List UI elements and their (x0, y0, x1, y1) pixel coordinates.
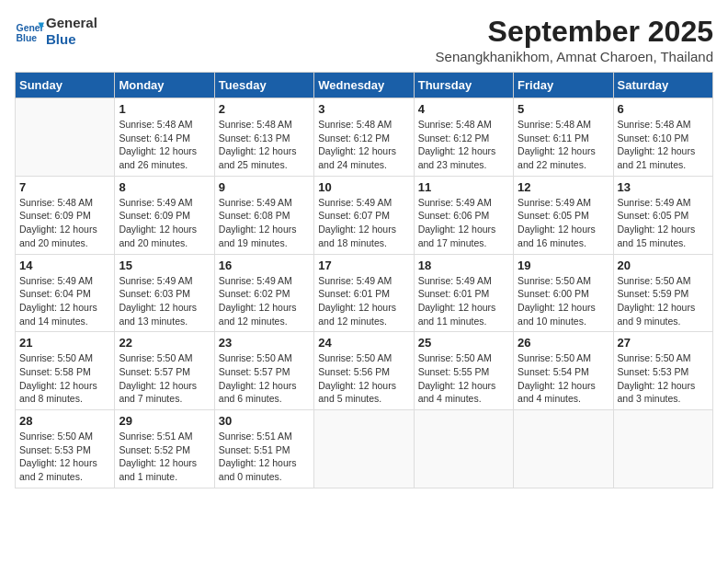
day-number: 1 (119, 102, 210, 116)
day-number: 2 (219, 102, 310, 116)
calendar-cell: 5Sunrise: 5:48 AM Sunset: 6:11 PM Daylig… (514, 98, 613, 177)
day-number: 3 (318, 102, 409, 116)
calendar-cell: 23Sunrise: 5:50 AM Sunset: 5:57 PM Dayli… (214, 332, 313, 410)
calendar-cell: 26Sunrise: 5:50 AM Sunset: 5:54 PM Dayli… (514, 332, 613, 410)
day-info: Sunrise: 5:50 AM Sunset: 5:53 PM Dayligh… (618, 351, 709, 406)
day-info: Sunrise: 5:49 AM Sunset: 6:02 PM Dayligh… (219, 274, 310, 328)
calendar-cell: 3Sunrise: 5:48 AM Sunset: 6:12 PM Daylig… (314, 98, 414, 177)
day-info: Sunrise: 5:50 AM Sunset: 6:00 PM Dayligh… (518, 274, 609, 328)
day-number: 21 (19, 336, 110, 350)
day-number: 16 (219, 259, 310, 272)
calendar-cell: 15Sunrise: 5:49 AM Sunset: 6:03 PM Dayli… (115, 254, 214, 332)
day-number: 11 (418, 180, 509, 194)
calendar-cell (613, 410, 712, 488)
title-block: September 2025 Senangkhanikhom, Amnat Ch… (436, 15, 713, 64)
calendar-cell: 28Sunrise: 5:50 AM Sunset: 5:53 PM Dayli… (16, 410, 115, 488)
calendar-cell: 2Sunrise: 5:48 AM Sunset: 6:13 PM Daylig… (214, 98, 313, 177)
calendar-title: September 2025 (436, 15, 713, 49)
calendar-cell: 22Sunrise: 5:50 AM Sunset: 5:57 PM Dayli… (115, 332, 214, 410)
logo-text-general: General (46, 15, 97, 31)
day-info: Sunrise: 5:49 AM Sunset: 6:05 PM Dayligh… (618, 196, 709, 250)
calendar-cell: 24Sunrise: 5:50 AM Sunset: 5:56 PM Dayli… (314, 332, 414, 410)
day-of-week-header: Monday (115, 73, 214, 98)
calendar-cell: 6Sunrise: 5:48 AM Sunset: 6:10 PM Daylig… (613, 98, 712, 177)
calendar-header-row: SundayMondayTuesdayWednesdayThursdayFrid… (16, 73, 713, 98)
day-of-week-header: Wednesday (314, 73, 414, 98)
day-number: 30 (219, 414, 310, 428)
day-of-week-header: Sunday (16, 73, 115, 98)
day-info: Sunrise: 5:48 AM Sunset: 6:10 PM Dayligh… (618, 118, 709, 172)
calendar-cell (514, 410, 613, 488)
day-number: 27 (618, 336, 709, 350)
page-header: General Blue General Blue September 2025… (15, 15, 713, 64)
day-number: 29 (119, 414, 210, 428)
day-info: Sunrise: 5:50 AM Sunset: 5:55 PM Dayligh… (418, 351, 509, 406)
day-info: Sunrise: 5:48 AM Sunset: 6:14 PM Dayligh… (119, 118, 210, 172)
logo-text-blue: Blue (46, 31, 97, 48)
day-number: 14 (19, 259, 110, 272)
day-number: 13 (618, 180, 709, 194)
day-number: 10 (318, 180, 409, 194)
day-info: Sunrise: 5:50 AM Sunset: 5:58 PM Dayligh… (19, 351, 110, 406)
day-info: Sunrise: 5:48 AM Sunset: 6:12 PM Dayligh… (318, 118, 409, 172)
calendar-cell: 1Sunrise: 5:48 AM Sunset: 6:14 PM Daylig… (115, 98, 214, 177)
calendar-week-row: 28Sunrise: 5:50 AM Sunset: 5:53 PM Dayli… (16, 410, 713, 488)
day-number: 28 (19, 414, 110, 428)
day-info: Sunrise: 5:49 AM Sunset: 6:05 PM Dayligh… (518, 196, 609, 250)
day-number: 15 (119, 259, 210, 272)
calendar-cell: 18Sunrise: 5:49 AM Sunset: 6:01 PM Dayli… (414, 254, 513, 332)
calendar-week-row: 7Sunrise: 5:48 AM Sunset: 6:09 PM Daylig… (16, 176, 713, 254)
calendar-cell: 9Sunrise: 5:49 AM Sunset: 6:08 PM Daylig… (214, 176, 313, 254)
day-number: 25 (418, 336, 509, 350)
logo: General Blue General Blue (15, 15, 97, 48)
day-number: 12 (518, 180, 609, 194)
day-info: Sunrise: 5:48 AM Sunset: 6:13 PM Dayligh… (219, 118, 310, 172)
day-number: 18 (418, 259, 509, 272)
calendar-cell: 8Sunrise: 5:49 AM Sunset: 6:09 PM Daylig… (115, 176, 214, 254)
day-info: Sunrise: 5:51 AM Sunset: 5:52 PM Dayligh… (119, 430, 210, 484)
day-number: 4 (418, 102, 509, 116)
day-number: 26 (518, 336, 609, 350)
day-info: Sunrise: 5:49 AM Sunset: 6:03 PM Dayligh… (119, 274, 210, 328)
day-info: Sunrise: 5:49 AM Sunset: 6:01 PM Dayligh… (418, 274, 509, 328)
calendar-cell: 21Sunrise: 5:50 AM Sunset: 5:58 PM Dayli… (16, 332, 115, 410)
calendar-cell: 20Sunrise: 5:50 AM Sunset: 5:59 PM Dayli… (613, 254, 712, 332)
day-number: 6 (618, 102, 709, 116)
day-info: Sunrise: 5:48 AM Sunset: 6:11 PM Dayligh… (518, 118, 609, 172)
day-number: 20 (618, 259, 709, 272)
day-number: 22 (119, 336, 210, 350)
day-number: 5 (518, 102, 609, 116)
day-info: Sunrise: 5:50 AM Sunset: 5:57 PM Dayligh… (119, 351, 210, 406)
calendar-cell: 25Sunrise: 5:50 AM Sunset: 5:55 PM Dayli… (414, 332, 513, 410)
svg-text:Blue: Blue (17, 33, 38, 43)
logo-icon: General Blue (15, 17, 44, 46)
day-info: Sunrise: 5:49 AM Sunset: 6:07 PM Dayligh… (318, 196, 409, 250)
day-number: 24 (318, 336, 409, 350)
day-number: 7 (19, 180, 110, 194)
calendar-cell: 17Sunrise: 5:49 AM Sunset: 6:01 PM Dayli… (314, 254, 414, 332)
day-of-week-header: Tuesday (214, 73, 313, 98)
calendar-cell: 7Sunrise: 5:48 AM Sunset: 6:09 PM Daylig… (16, 176, 115, 254)
day-info: Sunrise: 5:49 AM Sunset: 6:04 PM Dayligh… (19, 274, 110, 328)
day-info: Sunrise: 5:49 AM Sunset: 6:09 PM Dayligh… (119, 196, 210, 250)
day-info: Sunrise: 5:50 AM Sunset: 5:53 PM Dayligh… (19, 430, 110, 484)
calendar-subtitle: Senangkhanikhom, Amnat Charoen, Thailand (436, 49, 713, 64)
day-info: Sunrise: 5:50 AM Sunset: 5:56 PM Dayligh… (318, 351, 409, 406)
calendar-cell: 27Sunrise: 5:50 AM Sunset: 5:53 PM Dayli… (613, 332, 712, 410)
day-info: Sunrise: 5:50 AM Sunset: 5:54 PM Dayligh… (518, 351, 609, 406)
day-number: 9 (219, 180, 310, 194)
day-number: 8 (119, 180, 210, 194)
day-of-week-header: Saturday (613, 73, 712, 98)
calendar-cell: 29Sunrise: 5:51 AM Sunset: 5:52 PM Dayli… (115, 410, 214, 488)
calendar-cell (16, 98, 115, 177)
day-number: 17 (318, 259, 409, 272)
calendar-cell: 30Sunrise: 5:51 AM Sunset: 5:51 PM Dayli… (214, 410, 313, 488)
day-info: Sunrise: 5:48 AM Sunset: 6:12 PM Dayligh… (418, 118, 509, 172)
day-info: Sunrise: 5:50 AM Sunset: 5:59 PM Dayligh… (618, 274, 709, 328)
calendar-cell: 12Sunrise: 5:49 AM Sunset: 6:05 PM Dayli… (514, 176, 613, 254)
calendar-cell: 4Sunrise: 5:48 AM Sunset: 6:12 PM Daylig… (414, 98, 513, 177)
day-info: Sunrise: 5:51 AM Sunset: 5:51 PM Dayligh… (219, 430, 310, 484)
calendar-cell: 10Sunrise: 5:49 AM Sunset: 6:07 PM Dayli… (314, 176, 414, 254)
calendar-cell: 14Sunrise: 5:49 AM Sunset: 6:04 PM Dayli… (16, 254, 115, 332)
calendar-cell: 16Sunrise: 5:49 AM Sunset: 6:02 PM Dayli… (214, 254, 313, 332)
